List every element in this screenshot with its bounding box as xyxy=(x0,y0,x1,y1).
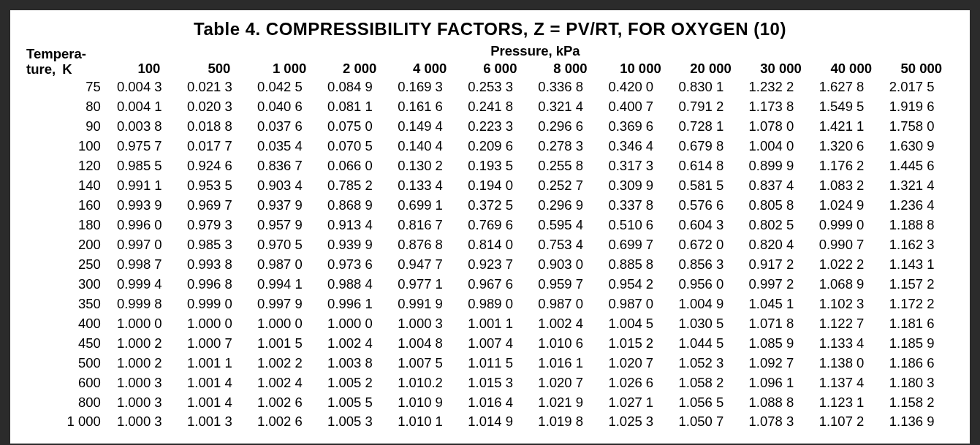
value-cell: 0.004 3 xyxy=(114,77,184,97)
value-cell: 1.058 2 xyxy=(676,373,746,393)
pressure-columns-row: 1005001 0002 0004 0006 0008 00010 00020 … xyxy=(23,60,957,77)
value-cell: 1.188 8 xyxy=(886,216,957,235)
value-cell: 0.133 4 xyxy=(395,176,465,196)
value-cell: 0.987 0 xyxy=(254,255,324,275)
value-cell: 1.102 3 xyxy=(816,294,886,314)
value-cell: 0.917 2 xyxy=(746,255,816,275)
value-cell: 0.296 6 xyxy=(535,117,605,137)
value-cell: 1.019 8 xyxy=(535,412,605,432)
table-row: 1200.985 50.924 60.836 70.066 00.130 20.… xyxy=(23,156,957,176)
value-cell: 1.056 5 xyxy=(676,393,746,413)
value-cell: 0.977 1 xyxy=(395,275,465,294)
pressure-col-3: 2 000 xyxy=(324,60,395,77)
value-cell: 1.002 2 xyxy=(254,354,324,373)
value-cell: 0.996 1 xyxy=(324,294,395,314)
value-cell: 1.137 4 xyxy=(816,373,886,393)
value-cell: 1.078 3 xyxy=(746,412,816,432)
value-cell: 0.223 3 xyxy=(465,117,535,137)
table-row: 4501.000 21.000 71.001 51.002 41.004 81.… xyxy=(23,334,957,354)
value-cell: 0.595 4 xyxy=(535,216,605,235)
value-cell: 1.549 5 xyxy=(816,97,886,117)
value-cell: 0.990 7 xyxy=(816,235,886,255)
temperature-cell: 600 xyxy=(23,373,114,393)
table-row: 1 0001.000 31.001 31.002 61.005 31.010 1… xyxy=(23,412,957,432)
value-cell: 1.320 6 xyxy=(816,137,886,156)
table-row: 750.004 30.021 30.042 50.084 90.169 30.2… xyxy=(23,77,957,97)
value-cell: 1.083 2 xyxy=(816,176,886,196)
value-cell: 0.959 7 xyxy=(535,275,605,294)
value-cell: 1.000 0 xyxy=(184,314,254,334)
value-cell: 0.991 1 xyxy=(114,176,184,196)
value-cell: 1.030 5 xyxy=(676,314,746,334)
value-cell: 0.975 7 xyxy=(114,137,184,156)
value-cell: 1.016 4 xyxy=(465,393,535,413)
value-cell: 0.994 1 xyxy=(254,275,324,294)
value-cell: 0.997 0 xyxy=(114,235,184,255)
value-cell: 1.007 5 xyxy=(395,354,465,373)
value-cell: 0.999 0 xyxy=(184,294,254,314)
table-header: Tempera- ture, K Pressure, kPa 1005001 0… xyxy=(23,42,957,77)
value-cell: 1.044 5 xyxy=(676,334,746,354)
temperature-cell: 200 xyxy=(23,235,114,255)
table-body: 750.004 30.021 30.042 50.084 90.169 30.2… xyxy=(23,77,957,432)
value-cell: 1.010 1 xyxy=(395,412,465,432)
value-cell: 1.004 5 xyxy=(605,314,675,334)
value-cell: 1.002 6 xyxy=(254,393,324,413)
value-cell: 0.309 9 xyxy=(605,176,675,196)
value-cell: 0.209 6 xyxy=(465,137,535,156)
value-cell: 0.967 6 xyxy=(465,275,535,294)
value-cell: 1.138 0 xyxy=(816,354,886,373)
table-row: 1600.993 90.969 70.937 90.868 90.699 10.… xyxy=(23,196,957,216)
value-cell: 1.007 4 xyxy=(465,334,535,354)
value-cell: 0.923 7 xyxy=(465,255,535,275)
temperature-cell: 140 xyxy=(23,176,114,196)
value-cell: 1.157 2 xyxy=(886,275,957,294)
value-cell: 1.000 0 xyxy=(114,314,184,334)
value-cell: 0.194 0 xyxy=(465,176,535,196)
value-cell: 0.161 6 xyxy=(395,97,465,117)
value-cell: 1.181 6 xyxy=(886,314,957,334)
pressure-col-9: 30 000 xyxy=(746,60,816,77)
value-cell: 1.421 1 xyxy=(816,117,886,137)
value-cell: 0.346 4 xyxy=(605,137,675,156)
temperature-cell: 800 xyxy=(23,393,114,413)
value-cell: 1.000 0 xyxy=(254,314,324,334)
value-cell: 0.953 5 xyxy=(184,176,254,196)
value-cell: 1.020 7 xyxy=(535,373,605,393)
compressibility-table: Tempera- ture, K Pressure, kPa 1005001 0… xyxy=(23,42,957,432)
value-cell: 0.193 5 xyxy=(465,156,535,176)
value-cell: 0.003 8 xyxy=(114,117,184,137)
value-cell: 1.003 8 xyxy=(324,354,395,373)
pressure-col-4: 4 000 xyxy=(395,60,465,77)
value-cell: 1.000 7 xyxy=(184,334,254,354)
value-cell: 0.604 3 xyxy=(676,216,746,235)
value-cell: 0.070 5 xyxy=(324,137,395,156)
value-cell: 1.001 5 xyxy=(254,334,324,354)
value-cell: 0.989 0 xyxy=(465,294,535,314)
value-cell: 0.802 5 xyxy=(746,216,816,235)
value-cell: 0.241 8 xyxy=(465,97,535,117)
value-cell: 1.005 3 xyxy=(324,412,395,432)
value-cell: 1.010 9 xyxy=(395,393,465,413)
value-cell: 1.158 2 xyxy=(886,393,957,413)
value-cell: 0.979 3 xyxy=(184,216,254,235)
value-cell: 0.728 1 xyxy=(676,117,746,137)
value-cell: 1.001 1 xyxy=(465,314,535,334)
value-cell: 0.816 7 xyxy=(395,216,465,235)
value-cell: 1.026 6 xyxy=(605,373,675,393)
table-row: 5001.000 21.001 11.002 21.003 81.007 51.… xyxy=(23,354,957,373)
value-cell: 0.037 6 xyxy=(254,117,324,137)
temperature-header: Tempera- ture, K xyxy=(23,42,114,77)
value-cell: 0.017 7 xyxy=(184,137,254,156)
value-cell: 0.987 0 xyxy=(605,294,675,314)
table-row: 1400.991 10.953 50.903 40.785 20.133 40.… xyxy=(23,176,957,196)
value-cell: 1.000 2 xyxy=(114,334,184,354)
value-cell: 0.996 8 xyxy=(184,275,254,294)
value-cell: 0.903 0 xyxy=(535,255,605,275)
value-cell: 0.805 8 xyxy=(746,196,816,216)
pressure-col-7: 10 000 xyxy=(605,60,675,77)
value-cell: 0.820 4 xyxy=(746,235,816,255)
temperature-cell: 450 xyxy=(23,334,114,354)
value-cell: 0.278 3 xyxy=(535,137,605,156)
temperature-cell: 1 000 xyxy=(23,412,114,432)
